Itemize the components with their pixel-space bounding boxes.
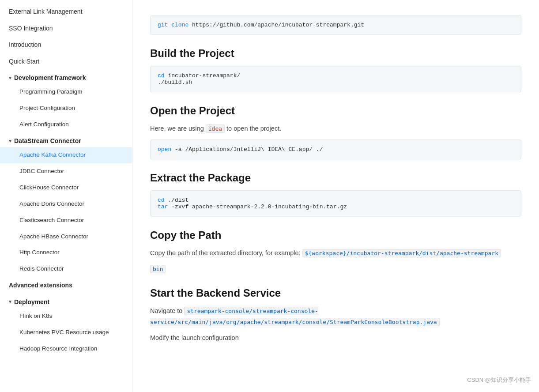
copy-path-prose-2: bin [150, 264, 521, 275]
heading-extract-package: Extract the Package [150, 172, 521, 184]
sidebar-item-external-link[interactable]: External Link Management [0, 4, 132, 20]
chevron-icon: ▾ [9, 138, 11, 144]
sidebar-item-http[interactable]: Http Connector [0, 245, 132, 261]
open-project-prose: Here, we are using idea to open the proj… [150, 123, 521, 134]
copy-path-prose: Copy the path of the extracted directory… [150, 248, 521, 259]
prose-text: Copy the path of the extracted directory… [150, 249, 302, 256]
sidebar-section-deployment[interactable]: ▾ Deployment [0, 294, 132, 308]
sidebar-section-label: Development framework [14, 74, 86, 81]
heading-copy-path: Copy the Path [150, 229, 521, 241]
sidebar-item-redis[interactable]: Redis Connector [0, 261, 132, 277]
extract-package-code: cd ./dist tar -zxvf apache-streampark-2.… [150, 190, 521, 217]
sidebar-item-alert-configuration[interactable]: Alert Configuration [0, 117, 132, 133]
path-inline-code: ${workspace}/incubator-streampark/dist/a… [302, 249, 501, 257]
sidebar-item-jdbc[interactable]: JDBC Connector [0, 163, 132, 180]
prose-text-after: to open the project. [225, 125, 281, 132]
start-backend-prose-2: Modify the launch configuration [150, 332, 521, 343]
idea-inline-code: idea [206, 124, 225, 133]
sidebar-section-dev-framework[interactable]: ▾ Development framework [0, 70, 132, 84]
sidebar-item-flink-k8s[interactable]: Flink on K8s [0, 308, 132, 324]
main-content: git clone https://github.com/apache/incu… [132, 0, 539, 392]
sidebar-section-label: DataStream Connector [14, 137, 81, 144]
prose-text: Navigate to [150, 307, 184, 314]
navigate-inline-code: streampark-console/streampark-console-se… [150, 307, 440, 326]
sidebar-section-datastream[interactable]: ▾ DataStream Connector [0, 133, 132, 147]
git-clone-code: git clone https://github.com/apache/incu… [150, 15, 521, 35]
heading-start-backend: Start the Backend Service [150, 287, 521, 299]
build-project-code: cd incubator-streampark/ ./build.sh [150, 66, 521, 92]
open-project-code: open -a /Applications/IntelliJ\ IDEA\ CE… [150, 139, 521, 159]
sidebar-item-project-configuration[interactable]: Project Configuration [0, 100, 132, 117]
chevron-icon: ▾ [9, 75, 11, 81]
sidebar-item-elasticsearch[interactable]: Elasticsearch Connector [0, 212, 132, 229]
sidebar-item-advanced-extensions[interactable]: Advanced extensions [0, 277, 132, 294]
chevron-icon: ▾ [9, 299, 11, 305]
bin-inline-code: bin [150, 265, 166, 273]
start-backend-prose: Navigate to streampark-console/streampar… [150, 305, 521, 327]
sidebar-item-apache-kafka[interactable]: Apache Kafka Connector [0, 147, 132, 163]
sidebar-item-programming-paradigm[interactable]: Programming Paradigm [0, 84, 132, 100]
sidebar-section-label: Deployment [14, 298, 49, 305]
heading-build-project: Build the Project [150, 47, 521, 60]
prose-modify-text: Modify the launch configuration [150, 334, 239, 341]
sidebar-item-introduction[interactable]: Introduction [0, 37, 132, 53]
sidebar-item-apache-doris[interactable]: Apache Doris Connector [0, 196, 132, 212]
sidebar-item-apache-hbase[interactable]: Apache HBase Connector [0, 229, 132, 245]
sidebar-item-clickhouse[interactable]: ClickHouse Connector [0, 180, 132, 196]
sidebar: External Link Management SSO Integration… [0, 0, 132, 392]
sidebar-item-kubernetes-pvc[interactable]: Kubernetes PVC Resource usage [0, 324, 132, 341]
heading-open-project: Open the Project [150, 105, 521, 117]
sidebar-item-hadoop-resource[interactable]: Hadoop Resource Integration [0, 341, 132, 357]
sidebar-item-quick-start[interactable]: Quick Start [0, 53, 132, 70]
sidebar-item-sso[interactable]: SSO Integration [0, 20, 132, 37]
prose-text: Here, we are using [150, 125, 206, 132]
